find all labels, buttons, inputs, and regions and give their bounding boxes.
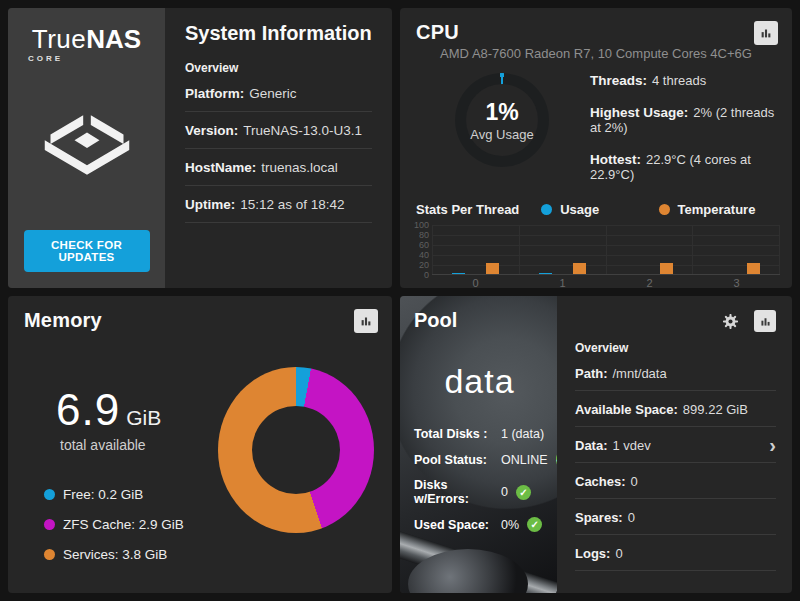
system-information-brand-panel: TrueNAS CORE CHECK FOR UPDATES [8, 8, 165, 288]
chevron-right-icon: › [769, 439, 776, 451]
memory-legend-free: Free: 0.2 GiB [44, 487, 202, 502]
pool-available-space-row: Available Space:899.22 GiB [575, 391, 776, 427]
logo-text-true: True [32, 24, 87, 54]
temperature-bar [747, 263, 760, 275]
legend-temperature: Temperature [659, 202, 776, 217]
plot-area [432, 225, 780, 275]
pool-overview-label: Overview [575, 341, 776, 355]
cpu-title: CPU [416, 21, 459, 44]
pool-details-panel: Overview Path:/mnt/data Available Space:… [557, 296, 792, 593]
pool-disk-errors: Disks w/Errors:0✓ [414, 478, 545, 506]
memory-donut-hole [252, 406, 340, 494]
check-for-updates-button[interactable]: CHECK FOR UPDATES [24, 230, 150, 272]
thread-1-group [520, 225, 607, 274]
platform-row: Platform:Generic [185, 75, 372, 112]
pool-caches-row: Caches:0 [575, 463, 776, 499]
system-information-details: System Information Overview Platform:Gen… [165, 8, 392, 288]
version-row: Version:TrueNAS-13.0-U3.1 [185, 112, 372, 149]
thread-0-group [432, 225, 520, 274]
truenas-logo: TrueNAS [32, 26, 141, 52]
cpu-hottest-stat: Hottest:22.9°C (4 cores at 22.9°C) [590, 152, 776, 182]
memory-legend-zfs-cache: ZFS Cache: 2.9 GiB [44, 517, 202, 532]
cpu-thread-bar-chart: 100 80 60 40 20 0 [400, 217, 792, 275]
system-information-card: TrueNAS CORE CHECK FOR UPDATES System In… [8, 8, 392, 288]
temperature-bar [573, 263, 586, 275]
bar-chart-icon [759, 315, 772, 328]
pool-logs-row: Logs:0 [575, 535, 776, 571]
memory-donut-chart [218, 367, 374, 533]
pool-name: data [414, 362, 545, 401]
status-check-icon: ✓ [556, 452, 557, 467]
services-legend-dot-icon [44, 549, 55, 560]
memory-legend-services: Services: 3.8 GiB [44, 547, 202, 562]
pool-used-space: Used Space:0%✓ [414, 517, 545, 532]
used-space-check-icon: ✓ [527, 517, 542, 532]
pool-path-row: Path:/mnt/data [575, 355, 776, 391]
usage-bar [539, 273, 552, 275]
pool-card: Pool data Total Disks :1 (data) Pool Sta… [400, 296, 792, 593]
temperature-bar [660, 263, 673, 275]
cpu-avg-usage-value: 1% [485, 99, 518, 126]
dashboard: TrueNAS CORE CHECK FOR UPDATES System In… [0, 0, 800, 601]
free-legend-dot-icon [44, 489, 55, 500]
thread-2-group [607, 225, 694, 274]
uptime-row: Uptime:15:12 as of 18:42 [185, 186, 372, 223]
errors-check-icon: ✓ [516, 485, 531, 500]
memory-total: 6.9 GiB [38, 385, 202, 435]
zfs-cache-legend-dot-icon [44, 519, 55, 530]
y-axis-labels: 100 80 60 40 20 0 [410, 225, 432, 275]
thread-3-group [693, 225, 780, 274]
memory-chart-toggle-button[interactable] [354, 309, 378, 333]
cpu-model-subtitle: AMD A8-7600 Radeon R7, 10 Compute Cores … [400, 46, 792, 61]
hostname-row: HostName:truenas.local [185, 149, 372, 186]
logo-text-nas: NAS [86, 24, 141, 54]
bar-chart-icon [759, 26, 773, 40]
usage-legend-dot-icon [541, 204, 552, 215]
temperature-bar [486, 263, 499, 275]
x-axis-labels: 0 1 2 3 [400, 275, 792, 288]
pool-title: Pool [414, 309, 545, 332]
memory-total-number: 6.9 [56, 385, 120, 435]
cpu-avg-usage-label: Avg Usage [470, 127, 533, 142]
pool-disk-panel: Pool data Total Disks :1 (data) Pool Sta… [400, 296, 557, 593]
memory-card: Memory 6.9 GiB total available Free: 0.2… [8, 296, 392, 593]
bar-chart-icon [359, 314, 373, 328]
cpu-threads-stat: Threads:4 threads [590, 73, 776, 88]
pool-settings-button[interactable] [721, 312, 740, 331]
memory-total-unit: GiB [126, 406, 161, 430]
temperature-legend-dot-icon [659, 204, 670, 215]
pool-total-disks: Total Disks :1 (data) [414, 427, 545, 441]
legend-usage: Usage [541, 202, 658, 217]
cpu-avg-usage-gauge: 1% Avg Usage [455, 73, 549, 167]
cpu-highest-usage-stat: Highest Usage:2% (2 threads at 2%) [590, 105, 776, 135]
pool-chart-toggle-button[interactable] [754, 310, 776, 332]
usage-bar [452, 273, 465, 275]
cpu-card: CPU AMD A8-7600 Radeon R7, 10 Compute Co… [400, 8, 792, 288]
memory-total-caption: total available [38, 437, 202, 453]
cpu-chart-toggle-button[interactable] [754, 21, 778, 45]
pool-spares-row: Spares:0 [575, 499, 776, 535]
logo-core-label: CORE [28, 54, 63, 63]
memory-title: Memory [24, 309, 102, 332]
pool-data-vdev-row[interactable]: Data:1 vdev› [575, 427, 776, 463]
truenas-diamond-logo-icon [39, 63, 135, 230]
gear-icon [721, 312, 740, 331]
pool-status: Pool Status:ONLINE✓ [414, 452, 545, 467]
system-information-overview-label: Overview [185, 61, 372, 75]
system-information-title: System Information [185, 22, 372, 45]
stats-per-thread-label: Stats Per Thread [416, 202, 541, 217]
